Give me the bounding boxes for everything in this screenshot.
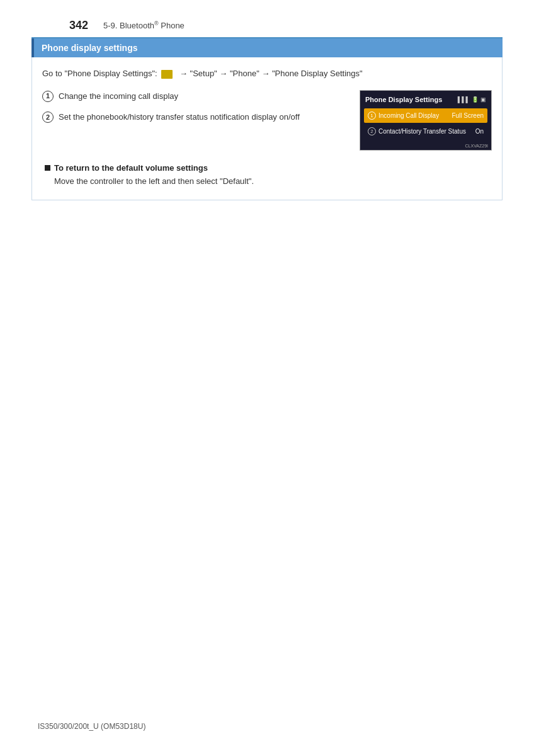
step-text-2: Set the phonebook/history transfer statu…: [59, 111, 300, 123]
screenshot-container: Phone Display Settings ▌▌▌ 🔋 ▣ 1 I: [360, 90, 492, 151]
note-section: To return to the default volume settings…: [42, 163, 492, 188]
row-value-2: On: [475, 128, 484, 135]
page-container: 342 5-9. Bluetooth® Phone Phone display …: [0, 0, 534, 756]
signal-icon: ▌▌▌: [458, 96, 470, 103]
screenshot-inner: Phone Display Settings ▌▌▌ 🔋 ▣ 1 I: [360, 91, 491, 150]
section-title: Phone display settings: [42, 43, 137, 53]
screenshot-title-bar: Phone Display Settings ▌▌▌ 🔋 ▣: [364, 96, 487, 103]
step-text-1: Change the incoming call display: [59, 90, 178, 103]
row-number-1: 1: [368, 112, 376, 120]
screenshot-caption: CLXVAZ29I: [465, 144, 488, 148]
page-number: 342: [69, 19, 88, 32]
steps-list: 1 Change the incoming call display 2 Set…: [42, 90, 349, 132]
content-section: Phone display settings Go to "Phone Disp…: [31, 38, 503, 200]
step-number-2: 2: [42, 112, 54, 123]
step-number-1: 1: [42, 91, 54, 102]
screenshot-title: Phone Display Settings: [365, 96, 442, 103]
note-title: To return to the default volume settings: [54, 163, 208, 173]
page-footer: IS350/300/200t_U (OM53D18U): [38, 722, 145, 731]
screenshot-row-1: 1 Incoming Call Display Full Screen: [364, 108, 487, 123]
screenshot-icons: ▌▌▌ 🔋 ▣: [458, 96, 486, 103]
battery-icon: 🔋: [472, 96, 479, 103]
menu-button-icon: [161, 70, 173, 79]
footer-text: IS350/300/200t_U (OM53D18U): [38, 722, 145, 731]
note-header: To return to the default volume settings: [45, 163, 489, 173]
note-body: Move the controller to the left and then…: [45, 175, 489, 188]
step-item-2: 2 Set the phonebook/history transfer sta…: [42, 111, 349, 123]
screenshot-row-2: 2 Contact/History Transfer Status On: [364, 124, 487, 139]
section-header: Phone display settings: [31, 38, 503, 57]
row-label-1: Incoming Call Display: [378, 112, 439, 119]
row-number-2: 2: [368, 127, 376, 135]
header-section: 342 5-9. Bluetooth® Phone: [31, 0, 503, 38]
steps-and-image: 1 Change the incoming call display 2 Set…: [42, 90, 492, 151]
nav-instruction: Go to "Phone Display Settings": → "Setup…: [42, 67, 492, 80]
row-label-2: Contact/History Transfer Status: [378, 128, 466, 135]
row-value-1: Full Screen: [452, 112, 484, 119]
chapter-title: 5-9. Bluetooth® Phone: [103, 20, 185, 30]
section-body: Go to "Phone Display Settings": → "Setup…: [31, 57, 503, 200]
menu-sc-icon: ▣: [480, 96, 486, 103]
note-square-icon: [45, 165, 50, 171]
step-item-1: 1 Change the incoming call display: [42, 90, 349, 103]
